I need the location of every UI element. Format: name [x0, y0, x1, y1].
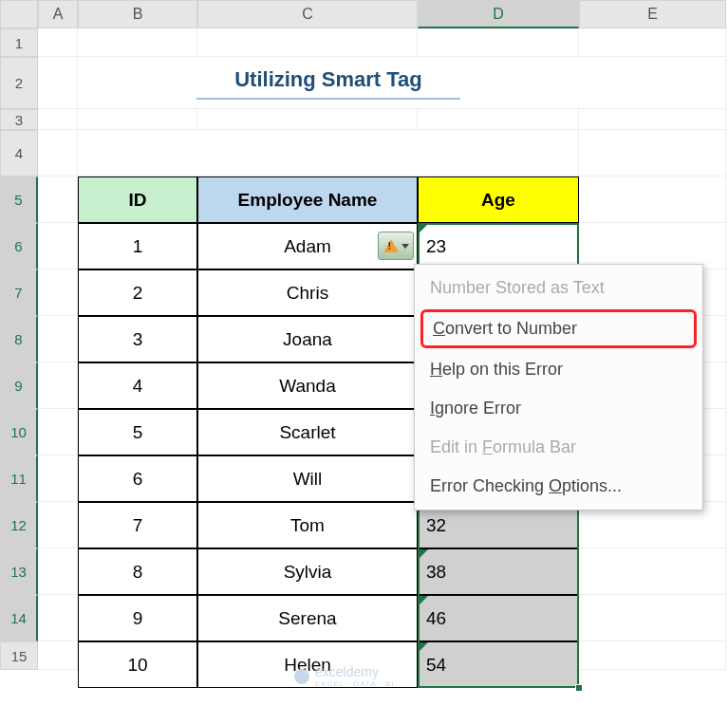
table-header-id[interactable]: ID: [78, 176, 197, 223]
cell-name[interactable]: Chris: [197, 269, 418, 316]
row-header-8[interactable]: 8: [0, 316, 38, 362]
row-header-10[interactable]: 10: [0, 409, 38, 455]
cell-age[interactable]: 54: [418, 641, 579, 688]
error-indicator-icon: [419, 596, 428, 605]
cell-id[interactable]: 8: [78, 548, 197, 595]
cell-id[interactable]: 7: [78, 502, 197, 548]
row-header-6[interactable]: 6: [0, 223, 38, 269]
row-header-3[interactable]: 3: [0, 109, 38, 130]
error-indicator-icon: [419, 549, 428, 559]
row-header-15[interactable]: 15: [0, 641, 38, 670]
row-header-4[interactable]: 4: [0, 130, 38, 176]
col-header-b[interactable]: B: [78, 0, 197, 28]
row-header-5[interactable]: 5: [0, 176, 38, 223]
row-header-1[interactable]: 1: [0, 28, 38, 57]
watermark-sub: EXCEL · DATA · BI: [315, 679, 395, 688]
cell-id[interactable]: 9: [78, 595, 197, 641]
watermark: exceldemy EXCEL · DATA · BI: [294, 664, 395, 688]
column-headers: A B C D E: [0, 0, 726, 28]
row-header-14[interactable]: 14: [0, 595, 38, 641]
cell-id[interactable]: 1: [78, 223, 197, 269]
table-row: 8Sylvia38: [78, 548, 579, 595]
cell-id[interactable]: 3: [78, 316, 197, 362]
row-header-12[interactable]: 12: [0, 502, 38, 548]
table-row: 9Serena46: [78, 595, 579, 641]
table-header-name[interactable]: Employee Name: [197, 176, 418, 223]
select-all-corner[interactable]: [0, 0, 38, 28]
cell-name[interactable]: Tom: [197, 502, 418, 548]
cell-name[interactable]: Wanda: [197, 362, 418, 409]
row-header-13[interactable]: 13: [0, 548, 38, 595]
cell-id[interactable]: 4: [78, 362, 197, 409]
row-headers: 1 2 3 4 5 6 7 8 9 10 11 12 13 14 15: [0, 28, 38, 670]
menu-error-checking-options[interactable]: Error Checking Options...: [415, 467, 702, 506]
dropdown-arrow-icon: [401, 244, 409, 249]
col-header-c[interactable]: C: [197, 0, 418, 28]
cell-age[interactable]: 46: [418, 595, 579, 641]
menu-help-on-error[interactable]: Help on this Error: [415, 350, 702, 389]
watermark-logo-icon: [294, 669, 309, 684]
cell-name[interactable]: Will: [197, 455, 418, 502]
cell-id[interactable]: 5: [78, 409, 197, 455]
cell-name[interactable]: Serena: [197, 595, 418, 641]
error-indicator-icon: [419, 642, 428, 652]
table-header-age[interactable]: Age: [418, 176, 579, 223]
cell-age[interactable]: 23: [418, 223, 579, 269]
menu-ignore-error[interactable]: Ignore Error: [415, 389, 702, 428]
warning-icon: [383, 239, 399, 252]
menu-convert-to-number[interactable]: Convert to Number: [420, 309, 697, 348]
col-header-d[interactable]: D: [418, 0, 579, 28]
menu-header: Number Stored as Text: [415, 269, 702, 307]
table-row: 1Adam23: [78, 223, 579, 269]
watermark-brand: exceldemy: [315, 664, 395, 679]
row-header-2[interactable]: 2: [0, 57, 38, 109]
cell-name[interactable]: Sylvia: [197, 548, 418, 595]
smart-tag-menu: Number Stored as Text Convert to Number …: [414, 264, 703, 511]
col-header-a[interactable]: A: [38, 0, 78, 28]
cell-id[interactable]: 2: [78, 269, 197, 316]
page-title: Utilizing Smart Tag: [196, 67, 460, 100]
cell-name[interactable]: Joana: [197, 316, 418, 362]
row-header-9[interactable]: 9: [0, 362, 38, 409]
cell-id[interactable]: 10: [78, 641, 197, 688]
row-header-7[interactable]: 7: [0, 269, 38, 316]
error-indicator-icon: [419, 224, 428, 233]
fill-handle[interactable]: [575, 684, 583, 692]
smart-tag-button[interactable]: [378, 232, 414, 260]
menu-edit-formula-bar: Edit in Formula Bar: [415, 428, 702, 467]
cell-name[interactable]: Scarlet: [197, 409, 418, 455]
col-header-e[interactable]: E: [579, 0, 726, 28]
cell-age[interactable]: 38: [418, 548, 579, 595]
cell-id[interactable]: 6: [78, 455, 197, 502]
row-header-11[interactable]: 11: [0, 455, 38, 502]
